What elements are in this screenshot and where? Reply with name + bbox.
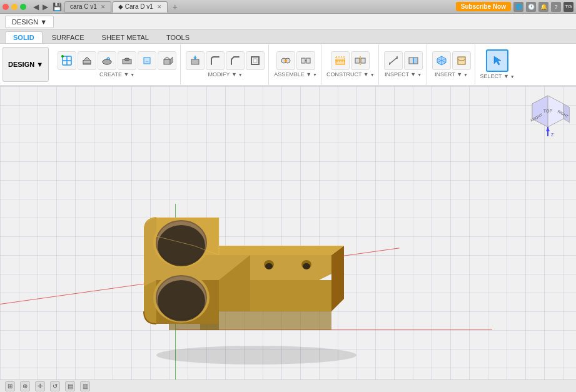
- svg-text:TOP: TOP: [543, 109, 553, 113]
- help-icon[interactable]: ?: [551, 2, 561, 12]
- svg-text:Z: Z: [551, 133, 554, 137]
- svg-marker-14: [164, 57, 170, 59]
- svg-marker-6: [83, 57, 91, 61]
- tab-cara-d[interactable]: ◆ Cara D v1 ✕: [113, 1, 168, 13]
- modify-group: MODIFY ▼: [182, 44, 269, 84]
- hole-icon[interactable]: [118, 51, 136, 70]
- svg-point-10: [124, 58, 129, 61]
- create-group: ↔ CREATE ▼: [54, 44, 181, 84]
- tab-close-cara-d[interactable]: ✕: [157, 4, 162, 10]
- fillet-icon[interactable]: [206, 51, 225, 70]
- svg-rect-18: [251, 57, 259, 64]
- svg-marker-70: [546, 127, 550, 131]
- shell-icon[interactable]: [246, 51, 265, 70]
- nav-forward-btn[interactable]: ▶: [41, 3, 50, 11]
- subscribe-button[interactable]: Subscribe Now: [456, 2, 511, 11]
- rigid-group-icon[interactable]: [296, 51, 315, 70]
- box-icon[interactable]: [158, 51, 176, 70]
- tab-close-cara-c[interactable]: ✕: [101, 4, 106, 10]
- viewport[interactable]: TOP FRONT RIGHT Z: [0, 86, 576, 379]
- view-cube[interactable]: TOP FRONT RIGHT Z: [526, 93, 570, 143]
- menu-bar: DESIGN ▼: [0, 14, 576, 30]
- close-window-btn[interactable]: [3, 4, 9, 10]
- svg-point-53: [158, 225, 205, 266]
- chamfer-icon[interactable]: [226, 51, 245, 70]
- svg-rect-23: [301, 58, 305, 63]
- construct-label[interactable]: CONSTRUCT ▼: [326, 71, 375, 78]
- insert-group: INSERT ▼: [428, 44, 475, 84]
- svg-marker-46: [331, 246, 344, 311]
- svg-text:↔: ↔: [144, 59, 149, 64]
- tab-cara-c[interactable]: cara C v1 ✕: [64, 1, 111, 13]
- construct-group: CONSTRUCT ▼: [323, 44, 379, 84]
- section-analysis-icon[interactable]: [404, 51, 423, 70]
- svg-marker-39: [200, 311, 331, 330]
- insert-label[interactable]: INSERT ▼: [435, 71, 468, 78]
- add-tab-btn[interactable]: +: [169, 2, 181, 12]
- select-label[interactable]: SELECT ▼: [480, 73, 515, 79]
- svg-point-61: [303, 263, 310, 269]
- decal-icon[interactable]: [452, 51, 471, 70]
- display-settings-icon[interactable]: ▤: [65, 381, 75, 391]
- maximize-window-btn[interactable]: [20, 4, 26, 10]
- press-pull-icon[interactable]: [186, 51, 205, 70]
- offset-plane-icon[interactable]: [331, 51, 350, 70]
- user-avatar[interactable]: TG: [563, 2, 573, 12]
- network-icon[interactable]: 🌐: [513, 2, 523, 12]
- panel-icon[interactable]: ▥: [80, 381, 90, 391]
- status-bar: ⊞ ⊕ ✛ ↺ ▤ ▥: [0, 379, 576, 392]
- nav-back-btn[interactable]: ◀: [31, 3, 41, 11]
- svg-point-59: [265, 263, 273, 269]
- modify-label[interactable]: MODIFY ▼: [208, 71, 243, 78]
- svg-rect-28: [355, 58, 360, 63]
- bell-icon[interactable]: 🔔: [538, 2, 548, 12]
- design-dropdown-btn[interactable]: DESIGN ▼: [3, 47, 49, 82]
- midplane-icon[interactable]: [351, 51, 370, 70]
- measure-icon[interactable]: [384, 51, 403, 70]
- svg-point-3: [61, 55, 64, 58]
- design-menu[interactable]: DESIGN ▼: [5, 16, 54, 28]
- revolve-icon[interactable]: [98, 51, 116, 70]
- move-status-icon[interactable]: ✛: [35, 381, 45, 391]
- extrude-icon[interactable]: [78, 51, 96, 70]
- svg-rect-36: [413, 58, 418, 64]
- title-bar: ◀ ▶ 💾 cara C v1 ✕ ◆ Cara D v1 ✕ + Subscr…: [0, 0, 576, 14]
- tab-solid[interactable]: SOLID: [5, 31, 43, 43]
- select-group: SELECT ▼: [477, 44, 518, 84]
- tab-surface[interactable]: SURFACE: [44, 31, 93, 43]
- svg-rect-16: [191, 59, 199, 64]
- snap-icon[interactable]: ⊕: [20, 381, 30, 391]
- svg-rect-27: [336, 57, 345, 61]
- inspect-label[interactable]: INSPECT ▼: [385, 71, 422, 78]
- move-icon[interactable]: ↔: [138, 51, 156, 70]
- tab-cara-d-icon: ◆: [118, 3, 123, 10]
- toolbar-tabs: SOLID SURFACE SHEET METAL TOOLS: [0, 30, 576, 44]
- assemble-label[interactable]: ASSEMBLE ▼: [274, 71, 317, 78]
- create-label[interactable]: CREATE ▼: [99, 71, 134, 78]
- select-arrow-icon[interactable]: [486, 49, 508, 72]
- minimize-window-btn[interactable]: [11, 4, 18, 10]
- new-component-icon[interactable]: [58, 51, 76, 70]
- assemble-group: ASSEMBLE ▼: [270, 44, 321, 84]
- svg-rect-5: [83, 61, 91, 63]
- orbit-icon[interactable]: ↺: [50, 381, 60, 391]
- svg-point-57: [158, 280, 205, 321]
- svg-point-22: [285, 59, 287, 62]
- save-icon[interactable]: 💾: [50, 3, 64, 11]
- svg-rect-24: [306, 58, 310, 63]
- svg-line-31: [390, 58, 397, 64]
- tab-tools[interactable]: TOOLS: [158, 31, 198, 43]
- grid-toggle-icon[interactable]: ⊞: [5, 381, 15, 391]
- clock-icon[interactable]: 🕐: [526, 2, 536, 12]
- svg-rect-29: [361, 58, 365, 63]
- tab-sheet-metal[interactable]: SHEET METAL: [94, 31, 157, 43]
- svg-rect-13: [164, 59, 170, 64]
- toolbar: DESIGN ▼ ↔ CREATE ▼: [0, 44, 576, 86]
- svg-point-38: [156, 346, 356, 364]
- joint-icon[interactable]: [276, 51, 295, 70]
- insert-mesh-icon[interactable]: [432, 51, 451, 70]
- 3d-object: [100, 130, 413, 369]
- inspect-group: INSPECT ▼: [380, 44, 427, 84]
- svg-rect-19: [253, 59, 257, 63]
- svg-marker-15: [170, 57, 173, 64]
